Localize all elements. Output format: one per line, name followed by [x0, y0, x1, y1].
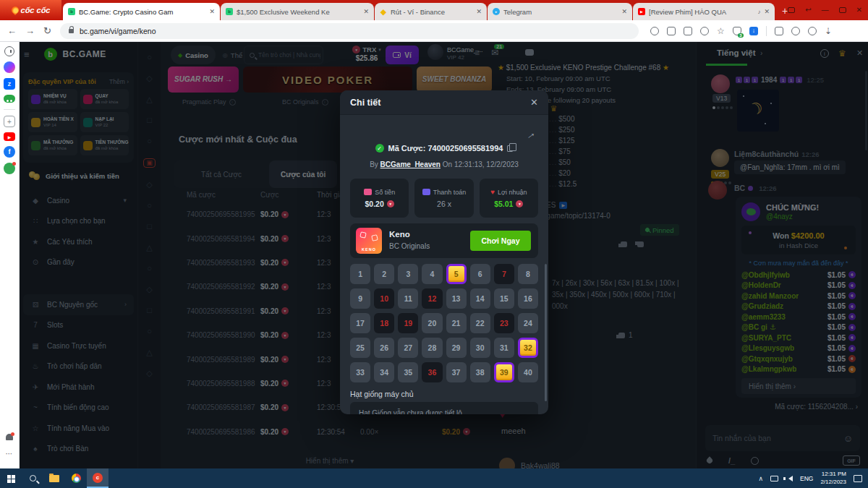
rail-category-icon[interactable]: □	[147, 116, 152, 124]
rail-category-icon[interactable]: ◇	[146, 369, 152, 377]
download-arrow-icon[interactable]: ⇣	[825, 27, 832, 35]
rail-category-icon[interactable]: □	[147, 223, 152, 231]
vip-card[interactable]: HOÀN TIỀN XVIP 14	[28, 112, 77, 132]
vip-card[interactable]: TIỀN THƯỞNGđã mở khóa	[80, 135, 129, 155]
winner-username[interactable]: @4nayz	[766, 213, 819, 221]
keno-cell[interactable]: 40	[518, 362, 538, 382]
chat-language-tab[interactable]: Tiếng việt	[717, 48, 755, 57]
keno-cell[interactable]: 9	[350, 288, 370, 309]
rail-category-icon[interactable]: △	[146, 348, 152, 356]
rail-category-icon[interactable]: □	[147, 307, 152, 314]
close-chat-icon[interactable]: ✕	[856, 48, 863, 58]
tab-close-icon[interactable]: ✕	[363, 8, 369, 15]
keno-cell[interactable]: 22	[470, 313, 490, 333]
chevron-right-icon[interactable]: ›	[760, 49, 762, 57]
chat-username[interactable]: Bak4wali88	[521, 461, 560, 468]
tab-casino[interactable]: ◆Casino	[171, 46, 216, 64]
info-icon[interactable]: i	[322, 99, 328, 106]
rail-category-icon[interactable]: ○	[147, 328, 152, 335]
rain-username[interactable]: @Gtqxqnxujyb	[741, 355, 793, 363]
banner-sugar-rush[interactable]: SUGAR RUSH →	[168, 67, 239, 93]
sidebar-item-1[interactable]: ◆Casino▾	[23, 190, 134, 211]
keno-cell[interactable]: 34	[374, 362, 394, 382]
keno-cell[interactable]: 26	[374, 338, 394, 358]
file-explorer-icon[interactable]	[43, 468, 65, 488]
keno-cell[interactable]: 28	[422, 338, 442, 358]
rain-username[interactable]: @Llesguysgwb	[741, 344, 794, 352]
translate-icon[interactable]	[684, 27, 692, 35]
user-avatar[interactable]	[427, 44, 443, 60]
facebook-icon[interactable]: f	[4, 146, 15, 158]
keno-cell[interactable]: 6	[470, 264, 490, 284]
start-button[interactable]	[0, 468, 22, 488]
rail-category-icon[interactable]: △	[146, 244, 152, 252]
tab-close-icon[interactable]: ✕	[621, 8, 627, 15]
chat-input-box[interactable]: ☺	[705, 425, 860, 451]
keno-cell[interactable]: 14	[470, 288, 490, 309]
keno-cell[interactable]: 20	[422, 313, 442, 333]
balance-selector[interactable]: ▼TRX▾ $25.86	[346, 46, 388, 62]
keno-cell-miss[interactable]: 18	[374, 313, 394, 333]
chat-input[interactable]	[712, 434, 843, 442]
sidebar-item-8[interactable]: ♨Trò chơi hấp dẫn	[23, 356, 134, 377]
keno-cell[interactable]: 24	[518, 313, 538, 333]
keno-cell[interactable]: 29	[446, 338, 467, 358]
search-input[interactable]	[258, 51, 320, 59]
vip-card[interactable]: NHIỆM VỤđã mở khóa	[28, 89, 77, 109]
bet-author-link[interactable]: BCGame_Heaven	[380, 160, 441, 168]
share-arrow-icon[interactable]: →	[522, 126, 537, 142]
coin-icon[interactable]	[751, 457, 759, 465]
copy-icon[interactable]	[507, 145, 513, 152]
avatar[interactable]	[711, 74, 730, 93]
sidebar-item-10[interactable]: ~Tính biến động cao	[23, 398, 134, 419]
keno-cell[interactable]: 25	[350, 338, 370, 358]
back-button[interactable]: ←	[7, 25, 17, 36]
avatar[interactable]	[711, 149, 729, 167]
minimize-button[interactable]: —	[822, 7, 829, 14]
chat-username-row[interactable]: Liệm8câuthầnchú12:26	[734, 150, 820, 158]
referral-link[interactable]: Giới thiệu và kiếm tiền	[23, 166, 134, 185]
modal-scrollbar[interactable]	[545, 264, 547, 401]
download-box-icon[interactable]: ↓	[749, 27, 758, 35]
rain-username[interactable]: @HoldenDr	[741, 281, 781, 289]
sidebar-item-12[interactable]: ♠Trò chơi Bàn	[23, 439, 134, 460]
browser-tab[interactable]: ▶[Review Phim] HÀO QUA♪✕	[633, 3, 775, 20]
keno-cell-miss[interactable]: 19	[398, 313, 418, 333]
profile-icon[interactable]	[808, 27, 817, 35]
keno-cell[interactable]: 11	[398, 288, 418, 309]
post-reactions[interactable]	[621, 241, 644, 247]
language-indicator[interactable]: ENG	[800, 475, 813, 482]
sidebar-item-2[interactable]: ∷Lựa chọn cho bạn	[23, 211, 134, 232]
reload-button[interactable]: ↻	[43, 25, 51, 36]
dislike-icon[interactable]	[637, 241, 644, 247]
hidden-icons-chevron[interactable]: ∧	[758, 475, 763, 482]
keno-cell-miss[interactable]: 23	[494, 313, 514, 333]
rain-username[interactable]: @SURYA_PTC	[741, 334, 791, 342]
chat-username[interactable]: 1984	[761, 76, 777, 84]
rail-category-icon[interactable]: ○	[147, 53, 152, 61]
keno-cell[interactable]: 4	[422, 264, 442, 284]
info-icon[interactable]: i	[229, 99, 236, 106]
taskbar-search-icon[interactable]	[22, 468, 43, 488]
rain-username[interactable]: @aemm3233	[741, 313, 786, 321]
close-window-button[interactable]: ✕	[856, 7, 862, 14]
avatar[interactable]	[499, 458, 515, 468]
rain-username[interactable]: @BC gi ⚓	[741, 323, 776, 331]
keno-cell[interactable]: 38	[470, 362, 490, 382]
tab-all-bets[interactable]: Tất cả Cược	[201, 171, 242, 179]
trophy-icon[interactable]: ♛	[838, 48, 846, 59]
rain-show-more[interactable]: Hiển thị thêm ›	[741, 378, 856, 394]
coccoc-taskbar-icon[interactable]: c	[87, 468, 109, 488]
tab-close-icon[interactable]: ✕	[209, 8, 215, 15]
keno-cell[interactable]: 31	[494, 338, 514, 358]
keno-cell-hit[interactable]: 5	[446, 264, 467, 284]
keno-cell-miss[interactable]: 12	[422, 288, 442, 309]
keno-cell[interactable]: 27	[398, 338, 418, 358]
clock[interactable]: 12:31 PM 2/12/2023	[820, 471, 846, 486]
coccoc-logo[interactable]: cốc cốc	[0, 0, 61, 20]
notifications-bell-icon[interactable]	[4, 431, 15, 442]
bookmark-star-icon[interactable]: ☆	[717, 27, 725, 35]
keno-cell[interactable]: 33	[350, 362, 370, 382]
game-search[interactable]	[244, 46, 323, 64]
keno-thumbnail[interactable]: KENO	[356, 228, 382, 254]
